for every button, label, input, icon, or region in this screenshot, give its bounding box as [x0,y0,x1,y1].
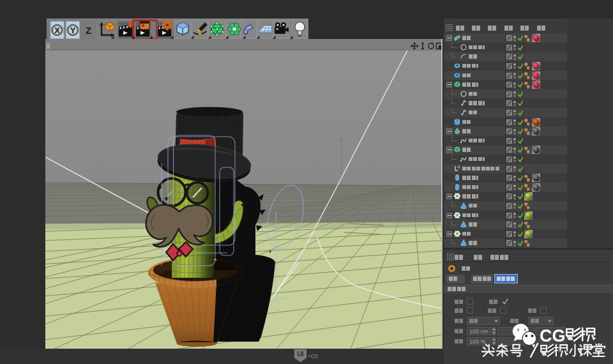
svg-text:CG: CG [540,326,566,345]
